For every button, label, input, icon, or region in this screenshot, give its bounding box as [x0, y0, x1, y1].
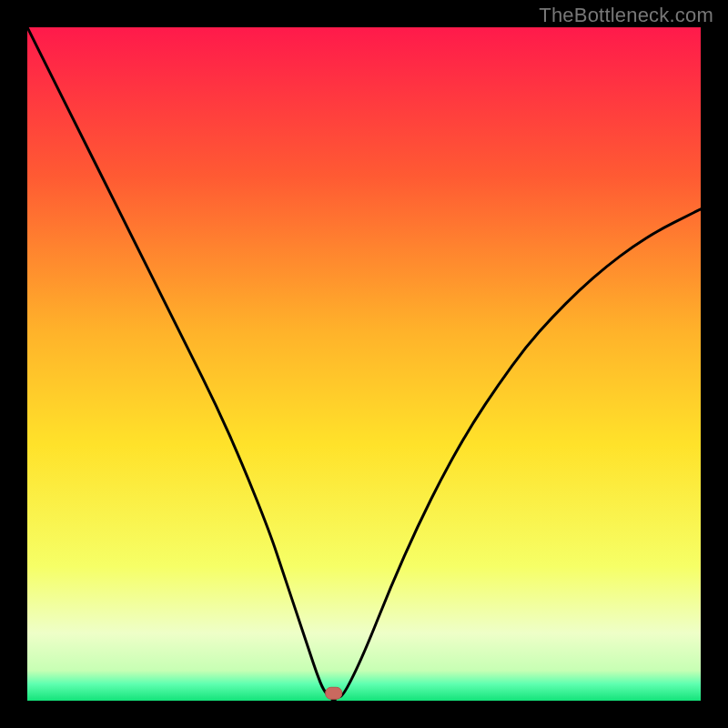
optimal-marker: [326, 687, 342, 699]
plot-area: [27, 27, 701, 701]
chart-svg: [27, 27, 701, 701]
gradient-background: [27, 27, 701, 701]
chart-frame: TheBottleneck.com: [0, 0, 728, 728]
watermark-text: TheBottleneck.com: [539, 4, 713, 27]
